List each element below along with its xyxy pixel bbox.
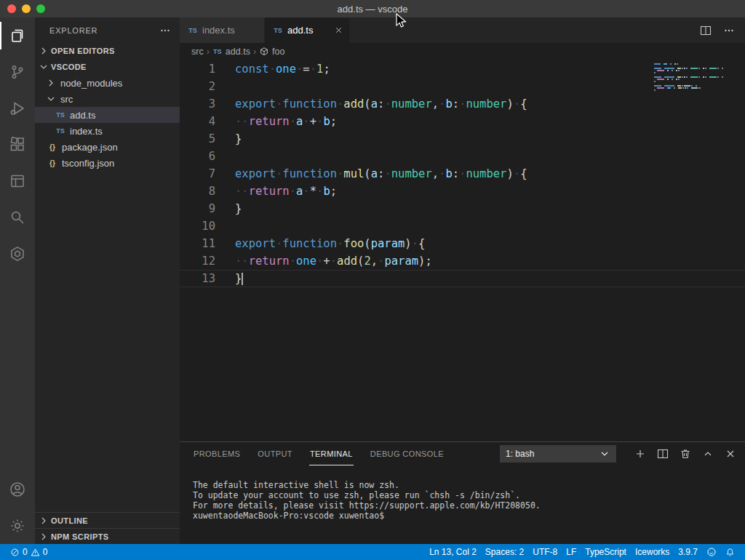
- language-mode[interactable]: TypeScript: [581, 544, 631, 560]
- chevron-down-icon: [45, 93, 57, 105]
- code-line-3[interactable]: 3export·function·add(a:·number,·b:·numbe…: [180, 95, 745, 113]
- status-right-items: Ln 13, Col 2Spaces: 2UTF-8LFTypeScriptIc…: [425, 544, 702, 560]
- tree-item-label: src: [60, 94, 73, 105]
- breadcrumb-label: add.ts: [226, 47, 250, 57]
- panel-tab-problems[interactable]: PROBLEMS: [193, 442, 241, 465]
- typescript-file-icon: TS: [55, 127, 66, 135]
- tree-item-label: tsconfig.json: [62, 158, 114, 169]
- code-line-7[interactable]: 7export·function·mul(a:·number,·b:·numbe…: [180, 165, 745, 183]
- close-panel-icon[interactable]: [725, 448, 736, 460]
- code-line-11[interactable]: 11export·function·foo(param)·{: [180, 235, 745, 252]
- panel-tab-debug-console[interactable]: DEBUG CONSOLE: [370, 442, 445, 465]
- minimap[interactable]: [654, 63, 723, 92]
- sidebar-title: EXPLORER: [49, 26, 97, 35]
- terminal-line: xuwentaodeMacBook-Pro:vscode xuwentao$: [193, 511, 745, 521]
- breadcrumb-label: foo: [272, 47, 284, 57]
- section-label: NPM SCRIPTS: [51, 532, 109, 541]
- tree-item-index.ts[interactable]: TSindex.ts: [35, 123, 180, 139]
- explorer-tree: node_modulessrcTSadd.tsTSindex.ts{}packa…: [35, 75, 180, 512]
- feedback-smiley-icon: [706, 547, 717, 557]
- code-line-5[interactable]: 5}: [180, 130, 745, 148]
- panel-tab-output[interactable]: OUTPUT: [257, 442, 293, 465]
- editor[interactable]: 1const·one·=·1;23export·function·add(a:·…: [180, 60, 745, 441]
- iceworks-icon[interactable]: [0, 236, 35, 272]
- minimize-window-button[interactable]: [22, 4, 31, 13]
- code-line-4[interactable]: 4··return·a·+·b;: [180, 113, 745, 130]
- settings-gear-icon[interactable]: [0, 508, 35, 544]
- tab-label: index.ts: [202, 25, 247, 36]
- line-number: 1: [180, 60, 215, 78]
- code-line-9[interactable]: 9}: [180, 200, 745, 217]
- section-npm-scripts[interactable]: NPM SCRIPTS: [35, 528, 180, 544]
- typescript-file-icon: TS: [212, 48, 223, 55]
- breadcrumb-item-src[interactable]: src: [191, 47, 204, 57]
- breadcrumb-item-foo[interactable]: foo: [259, 47, 284, 57]
- breadcrumb-item-add.ts[interactable]: TSadd.ts: [212, 47, 250, 57]
- activity-bar: [0, 17, 35, 544]
- more-actions-icon[interactable]: [159, 25, 171, 36]
- indentation[interactable]: Spaces: 2: [481, 544, 528, 560]
- cursor-position[interactable]: Ln 13, Col 2: [425, 544, 481, 560]
- tab-add.ts[interactable]: TSadd.ts: [265, 17, 350, 43]
- line-number: 11: [180, 235, 215, 252]
- close-window-button[interactable]: [7, 4, 16, 13]
- title-bar[interactable]: add.ts — vscode: [0, 0, 745, 17]
- section-outline[interactable]: OUTLINE: [35, 512, 180, 528]
- terminal-selector-value: 1: bash: [506, 449, 534, 459]
- editor-more-actions-icon[interactable]: [723, 25, 735, 36]
- maximize-panel-icon[interactable]: [702, 448, 714, 460]
- close-tab-icon[interactable]: [332, 25, 345, 35]
- editor-group: TSindex.tsTSadd.ts src›TSadd.ts›foo 1con…: [180, 17, 745, 544]
- new-terminal-icon[interactable]: [634, 448, 646, 460]
- tree-item-label: add.ts: [70, 110, 95, 121]
- terminal-selector[interactable]: 1: bash: [500, 445, 616, 463]
- bottom-panel: PROBLEMSOUTPUTTERMINALDEBUG CONSOLE 1: b…: [180, 441, 745, 544]
- run-debug-icon[interactable]: [0, 90, 35, 127]
- error-count: 0: [23, 547, 28, 557]
- tree-item-node_modules[interactable]: node_modules: [35, 75, 180, 91]
- line-number: 7: [180, 165, 215, 183]
- ts-version[interactable]: 3.9.7: [674, 544, 702, 560]
- warning-count: 0: [43, 547, 48, 557]
- code-line-6[interactable]: 6: [180, 148, 745, 165]
- split-editor-icon[interactable]: [700, 25, 712, 36]
- feedback-button[interactable]: [702, 544, 721, 560]
- open-editors-section[interactable]: OPEN EDITORS: [35, 43, 180, 59]
- tree-item-tsconfig.json[interactable]: {}tsconfig.json: [35, 155, 180, 171]
- tree-item-label: node_modules: [60, 78, 122, 89]
- code-line-8[interactable]: 8··return·a·*·b;: [180, 183, 745, 200]
- search-icon[interactable]: [0, 199, 35, 236]
- explorer-icon[interactable]: [0, 17, 35, 54]
- panel-tabs: PROBLEMSOUTPUTTERMINALDEBUG CONSOLE: [193, 442, 445, 465]
- breadcrumb-label: src: [191, 47, 204, 57]
- chevron-right-icon: [38, 531, 49, 543]
- tree-item-add.ts[interactable]: TSadd.ts: [35, 107, 180, 123]
- encoding[interactable]: UTF-8: [528, 544, 562, 560]
- tab-label: add.ts: [287, 25, 332, 36]
- terminal-output[interactable]: The default interactive shell is now zsh…: [180, 465, 745, 544]
- line-number: 10: [180, 217, 215, 235]
- eol[interactable]: LF: [562, 544, 581, 560]
- source-control-icon[interactable]: [0, 54, 35, 90]
- kill-terminal-icon[interactable]: [680, 448, 691, 460]
- problems-indicator[interactable]: 0 0: [6, 544, 52, 560]
- notifications-button[interactable]: [721, 544, 739, 560]
- extensions-icon[interactable]: [0, 127, 35, 163]
- chevron-down-icon: [599, 448, 610, 460]
- tree-item-src[interactable]: src: [35, 91, 180, 107]
- tree-item-package.json[interactable]: {}package.json: [35, 139, 180, 155]
- code-line-12[interactable]: 12··return·one·+·add(2,·param);: [180, 252, 745, 270]
- iceworks[interactable]: Iceworks: [631, 544, 674, 560]
- workspace-section[interactable]: VSCODE: [35, 59, 180, 75]
- tab-index.ts[interactable]: TSindex.ts: [180, 17, 265, 43]
- code-line-10[interactable]: 10: [180, 217, 745, 235]
- text-cursor: [242, 273, 243, 285]
- zoom-window-button[interactable]: [36, 4, 45, 13]
- accounts-icon[interactable]: [0, 471, 35, 508]
- line-number: 2: [180, 78, 215, 95]
- notebook-icon[interactable]: [0, 163, 35, 199]
- panel-tab-terminal[interactable]: TERMINAL: [309, 442, 354, 465]
- breadcrumb-separator: ›: [253, 47, 256, 57]
- code-line-13[interactable]: 13}: [180, 270, 745, 287]
- split-terminal-icon[interactable]: [657, 448, 669, 460]
